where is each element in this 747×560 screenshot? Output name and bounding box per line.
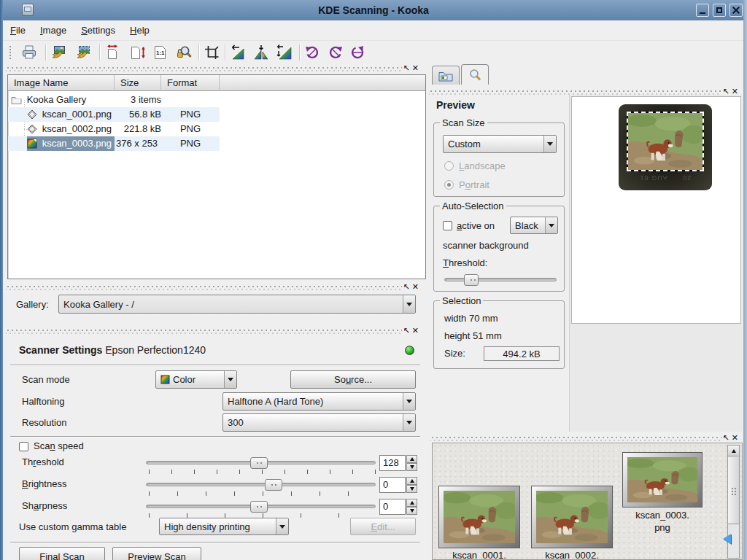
column-header-size[interactable]: Size <box>115 75 161 91</box>
brightness-spinbox[interactable]: 0 <box>379 477 406 493</box>
scale-to-height-button[interactable] <box>127 42 147 63</box>
tab-gallery[interactable] <box>432 66 460 85</box>
mirror-vertically-button[interactable] <box>228 42 248 63</box>
scan-speed-checkbox[interactable] <box>19 442 28 451</box>
dock-hide-arrow-icon[interactable] <box>723 534 731 544</box>
combo-arrow-button[interactable] <box>403 295 415 313</box>
dock-close-icon[interactable]: ✕ <box>412 325 419 335</box>
menu-settings[interactable]: Settings <box>74 22 123 39</box>
scrollbar-up-button[interactable] <box>728 446 739 456</box>
threshold-slider[interactable] <box>146 461 376 464</box>
arrow-down-icon <box>410 465 414 469</box>
crop-button[interactable] <box>201 42 222 63</box>
auto-threshold-slider[interactable] <box>444 278 557 281</box>
minimize-button[interactable] <box>696 4 709 17</box>
scrollbar-thumb[interactable] <box>728 457 739 524</box>
scan-size-group: Scan Size Custom Landscape Portrait <box>433 122 565 197</box>
tab-scan-preview[interactable] <box>461 64 489 85</box>
scale-to-width-button[interactable] <box>102 42 123 63</box>
list-item-gallery-root[interactable]: Kooka Gallery 3 items <box>8 93 220 107</box>
spin-down-button[interactable] <box>406 507 417 515</box>
resolution-label: Resolution <box>22 417 66 428</box>
resolution-combobox[interactable]: 300 <box>222 413 416 432</box>
auto-threshold-slider-handle[interactable] <box>464 274 479 286</box>
toolbar-drag-handle[interactable] <box>9 45 12 60</box>
spin-up-button[interactable] <box>406 477 417 485</box>
combo-arrow-button[interactable] <box>403 393 415 410</box>
gallery-combobox[interactable]: Kooka Gallery - / <box>58 295 416 314</box>
list-item-kscan-0003-selected[interactable]: kscan_0003.png 376 x 253 PNG <box>8 136 220 151</box>
column-header-format[interactable]: Format <box>161 75 220 91</box>
brightness-slider-handle[interactable] <box>265 479 282 491</box>
combo-arrow-button[interactable] <box>276 518 288 534</box>
scan-params-dock-handle[interactable]: ↖✕ <box>6 328 420 335</box>
threshold-spin-buttons <box>406 455 417 471</box>
sharpness-spinbox[interactable]: 0 <box>379 499 406 515</box>
dock-float-icon[interactable]: ↖ <box>403 325 410 335</box>
rotate-counter-clockwise-button[interactable] <box>302 42 322 63</box>
combo-arrow-button[interactable] <box>543 136 556 152</box>
threshold-spinbox[interactable]: 128 <box>379 455 406 471</box>
spin-down-button[interactable] <box>406 485 417 493</box>
brightness-spin-buttons <box>406 477 417 493</box>
background-color-combobox[interactable]: Black <box>510 217 558 234</box>
source-button[interactable]: Source... <box>290 370 416 389</box>
close-button[interactable] <box>729 4 743 17</box>
threshold-slider-handle[interactable] <box>250 457 268 469</box>
sharpness-slider[interactable] <box>146 505 376 508</box>
menu-help[interactable]: Help <box>123 22 157 39</box>
list-item-kscan-0001[interactable]: kscan_0001.png 56.8 kB PNG <box>8 107 220 122</box>
save-image-button[interactable] <box>73 42 93 63</box>
dock-close-icon[interactable]: ✕ <box>412 63 419 73</box>
brightness-slider[interactable] <box>146 483 376 486</box>
gallery-dock-handle[interactable]: ↖✕ <box>6 66 420 72</box>
column-header-image-name[interactable]: Image Name <box>8 75 115 91</box>
scan-mode-combobox[interactable]: Color <box>155 370 237 389</box>
list-item-kscan-0002[interactable]: kscan_0002.png 221.8 kB PNG <box>8 122 220 136</box>
sharpness-slider-handle[interactable] <box>250 501 268 513</box>
preview-scan-button[interactable]: Preview Scan <box>112 547 201 560</box>
thumbview-dock-handle[interactable]: ↖✕ <box>430 435 740 442</box>
spin-up-button[interactable] <box>406 455 417 463</box>
original-size-button[interactable]: 1:1 <box>150 42 171 63</box>
rotate-clockwise-button[interactable] <box>325 42 346 63</box>
gallery-bar: Gallery: Kooka Gallery - / <box>6 289 426 324</box>
spin-down-button[interactable] <box>406 463 417 471</box>
halftoning-combobox[interactable]: Halftone A (Hard Tone) <box>222 392 416 411</box>
thumbnail-gallery: kscan_0001. kscan_0002. kscan_0003. png <box>432 443 743 560</box>
gamma-table-combobox[interactable]: High density printing <box>159 518 289 535</box>
scan-selection-marquee[interactable] <box>627 112 704 171</box>
dock-float-icon[interactable]: ↖ <box>403 63 410 73</box>
scan-size-combobox[interactable]: Custom <box>443 135 557 153</box>
rotate-ccw-icon <box>303 44 321 61</box>
mirror-both-button[interactable] <box>274 42 295 63</box>
image-list: Image Name Size Format Kooka Gallery 3 i… <box>7 74 426 279</box>
maximize-button[interactable] <box>713 4 726 17</box>
main-area: ↖✕ Image Name Size Format Kooka Gallery … <box>0 64 747 560</box>
open-image-button[interactable] <box>48 42 69 63</box>
thumbnail-label: kscan_0001. <box>439 550 519 560</box>
combo-arrow-button[interactable] <box>224 371 236 388</box>
combo-arrow-button[interactable] <box>403 414 415 431</box>
preview-canvas[interactable]: 20 AUG 81 <box>569 95 743 432</box>
print-button[interactable] <box>19 42 39 63</box>
zoom-button[interactable] <box>174 42 194 63</box>
mirror-horizontally-button[interactable] <box>251 42 271 63</box>
menu-file[interactable]: File <box>3 22 33 39</box>
combo-arrow-button[interactable] <box>545 217 557 233</box>
spin-up-button[interactable] <box>406 499 417 507</box>
thumbnail-kscan-0002[interactable] <box>532 486 612 548</box>
chevron-down-icon <box>549 224 554 228</box>
final-scan-button[interactable]: Final Scan <box>19 547 105 560</box>
titlebar[interactable]: KDE Scanning - Kooka <box>0 0 747 20</box>
selection-size-value: 494.2 kB <box>484 346 560 361</box>
thumbnail-kscan-0001[interactable] <box>439 486 519 548</box>
auto-selection-active-checkbox[interactable] <box>443 221 452 230</box>
dock-close-icon[interactable]: ✕ <box>732 432 738 443</box>
rotate-180-button[interactable] <box>347 42 368 63</box>
scan-photo <box>628 113 703 170</box>
thumbnail-kscan-0003[interactable] <box>623 453 702 507</box>
scan-page[interactable]: 20 AUG 81 <box>571 96 741 324</box>
dock-float-icon[interactable]: ↖ <box>723 432 729 443</box>
menu-image[interactable]: Image <box>33 22 74 39</box>
